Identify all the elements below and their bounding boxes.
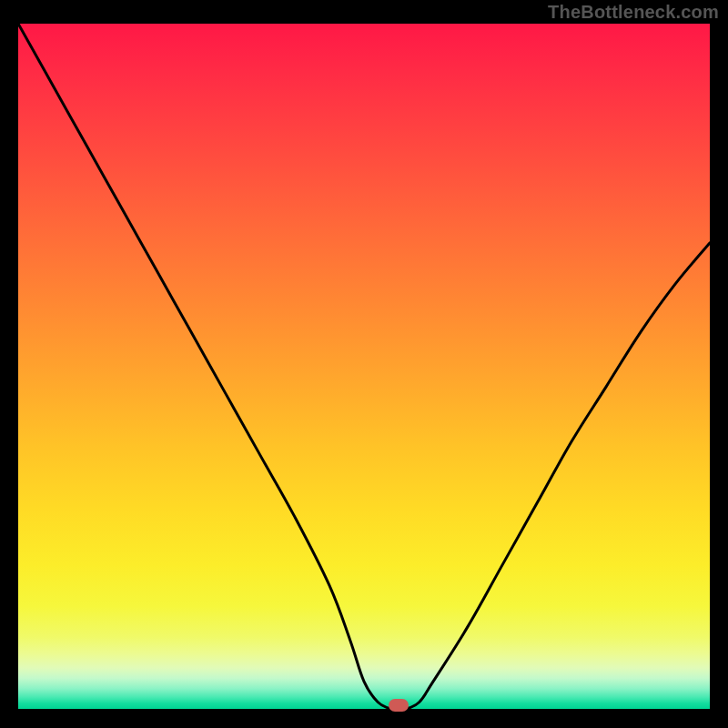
plot-area: [18, 24, 710, 709]
chart-stage: TheBottleneck.com: [0, 0, 728, 728]
bottleneck-curve: [18, 24, 710, 709]
optimal-point-marker: [389, 699, 409, 712]
watermark-text: TheBottleneck.com: [548, 2, 719, 23]
